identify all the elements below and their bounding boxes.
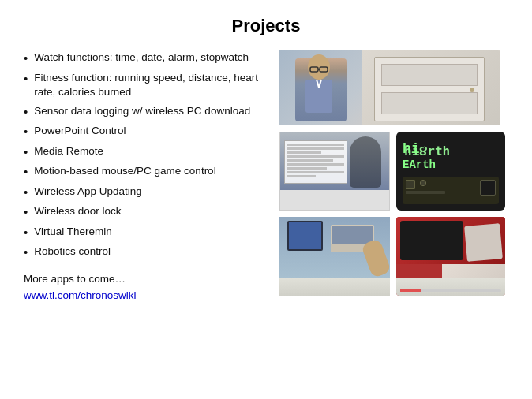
list-item-text: Virtual Theremin — [34, 225, 112, 239]
list-item-text: Media Remote — [34, 144, 103, 158]
video-screenshot-image — [279, 132, 390, 211]
bullet-symbol: • — [24, 185, 28, 200]
list-item: •Robotics control — [24, 244, 272, 260]
bullet-symbol: • — [24, 71, 28, 87]
bullet-symbol: • — [24, 144, 28, 160]
chronoswiki-link[interactable]: www.ti.com/chronoswiki — [24, 289, 137, 301]
list-item: •Media Remote — [24, 144, 272, 160]
list-item-text: Fitness function: running speed, distanc… — [34, 71, 272, 99]
list-item-text: Wireless App Updating — [34, 185, 142, 199]
list-item-text: Watch functions: time, date, alarm, stop… — [34, 50, 249, 65]
page-title: Projects — [24, 16, 508, 36]
list-item-text: Wireless door lock — [34, 204, 121, 218]
list-item-text: PowerPoint Control — [34, 124, 126, 138]
list-item: •PowerPoint Control — [24, 124, 272, 140]
svg-rect-4 — [305, 80, 332, 113]
list-item: •Watch functions: time, date, alarm, sto… — [24, 50, 272, 66]
bullet-symbol: • — [24, 50, 28, 66]
list-item-text: Robotics control — [34, 244, 111, 259]
bullet-symbol: • — [24, 244, 28, 260]
bullet-symbol: • — [24, 164, 28, 180]
hand-device-image — [396, 217, 505, 296]
list-item: •Wireless door lock — [24, 204, 272, 220]
person-door-image — [279, 50, 500, 125]
list-item: •Wireless App Updating — [24, 185, 272, 200]
device-earth-text: EArth — [403, 158, 436, 172]
projects-list: •Watch functions: time, date, alarm, sto… — [24, 50, 272, 260]
page: Projects •Watch functions: time, date, a… — [0, 0, 532, 399]
bullet-symbol: • — [24, 225, 28, 241]
person-svg — [283, 53, 354, 125]
device-hi-text: hi — [403, 141, 420, 158]
list-item-text: Sensor data logging w/ wireless PC downl… — [34, 104, 250, 118]
list-item: •Motion-based mouse/PC game control — [24, 164, 272, 180]
list-item: •Virtual Theremin — [24, 225, 272, 241]
bullet-symbol: • — [24, 104, 28, 120]
content-area: •Watch functions: time, date, alarm, sto… — [24, 50, 508, 302]
device-display-image: hi EArth — [396, 132, 505, 211]
list-item: •Sensor data logging w/ wireless PC down… — [24, 104, 272, 120]
middle-image-row: hi EArth — [279, 132, 508, 211]
bullet-symbol: • — [24, 124, 28, 140]
desk-setup-image — [279, 217, 390, 296]
right-column: hi EArth — [279, 50, 508, 302]
left-column: •Watch functions: time, date, alarm, sto… — [24, 50, 272, 302]
more-apps-text: More apps to come… — [24, 273, 272, 285]
bullet-symbol: • — [24, 204, 28, 220]
list-item: •Fitness function: running speed, distan… — [24, 71, 272, 99]
top-image-row — [279, 50, 508, 125]
list-item-text: Motion-based mouse/PC game control — [34, 164, 215, 178]
bottom-image-row — [279, 217, 508, 296]
